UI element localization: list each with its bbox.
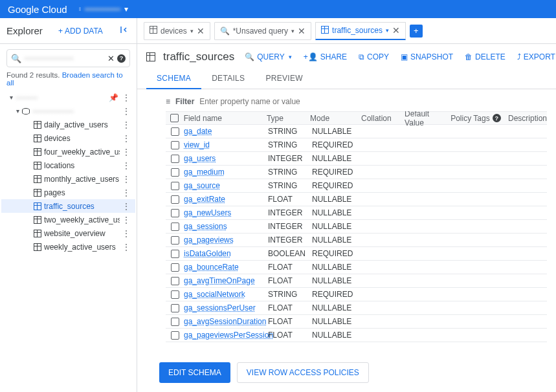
field-checkbox[interactable] xyxy=(171,195,179,204)
help-icon[interactable]: ? xyxy=(117,54,126,63)
filter-input[interactable] xyxy=(199,97,547,106)
help-icon[interactable]: ? xyxy=(493,114,501,122)
tree-table-row[interactable]: devices⋮ xyxy=(1,131,135,145)
field-checkbox[interactable] xyxy=(171,141,179,149)
search-input[interactable] xyxy=(24,54,105,63)
field-name-link[interactable]: ga_sessionsPerUser xyxy=(184,303,268,312)
field-checkbox[interactable] xyxy=(171,223,179,231)
more-icon[interactable]: ⋮ xyxy=(120,215,133,224)
delete-button[interactable]: 🗑DELETE xyxy=(465,52,506,61)
add-tab-button[interactable]: + xyxy=(410,25,423,38)
more-icon[interactable]: ⋮ xyxy=(120,229,133,238)
field-name-link[interactable]: ga_pageviewsPerSession xyxy=(184,331,268,340)
filter-bar[interactable]: ≡ Filter xyxy=(137,89,556,111)
logo-text: Google xyxy=(8,4,39,15)
field-checkbox[interactable] xyxy=(171,331,179,340)
field-name-link[interactable]: ga_avgTimeOnPage xyxy=(184,276,268,285)
more-icon[interactable]: ⋮ xyxy=(120,134,133,143)
share-button[interactable]: +👤SHARE xyxy=(304,52,347,61)
more-icon[interactable]: ⋮ xyxy=(120,243,133,252)
more-icon[interactable]: ⋮ xyxy=(120,147,133,157)
tree-table-row[interactable]: daily_active_users⋮ xyxy=(1,118,135,131)
editor-tab[interactable]: devices▾✕ xyxy=(144,22,210,40)
more-icon[interactable]: ⋮ xyxy=(120,175,133,184)
tree-table-row[interactable]: four_weekly_active_users⋮ xyxy=(1,145,135,158)
field-checkbox[interactable] xyxy=(171,155,179,163)
collapse-sidebar-button[interactable] xyxy=(118,24,130,38)
tree-project-row[interactable]: ▾ ▪▪▪▪▪▪▪▪ 📌 ⋮ xyxy=(1,91,135,104)
field-checkbox[interactable] xyxy=(171,277,179,285)
schema-field-row: ga_avgTimeOnPageFLOATNULLABLE xyxy=(166,274,547,288)
project-name: ▪▪▪▪▪▪▪▪▪▪▪▪▪ xyxy=(85,5,120,14)
field-name-link[interactable]: ga_newUsers xyxy=(184,208,268,217)
subtab-schema[interactable]: SCHEMA xyxy=(146,69,201,89)
tree-table-row[interactable]: locations⋮ xyxy=(1,158,135,172)
select-all-checkbox[interactable] xyxy=(170,114,179,122)
tree-table-row[interactable]: monthly_active_users⋮ xyxy=(1,172,135,186)
field-checkbox[interactable] xyxy=(171,127,179,136)
field-name-link[interactable]: ga_sessions xyxy=(184,222,268,231)
add-data-button[interactable]: + ADD DATA xyxy=(58,27,103,36)
tab-caret-icon[interactable]: ▾ xyxy=(190,28,194,34)
view-row-policies-button[interactable]: VIEW ROW ACCESS POLICIES xyxy=(237,362,369,383)
field-checkbox[interactable] xyxy=(171,168,179,177)
search-box[interactable]: 🔍 ✕ ? xyxy=(6,49,130,67)
close-tab-icon[interactable]: ✕ xyxy=(392,25,400,36)
field-name-link[interactable]: view_id xyxy=(184,140,268,149)
more-icon[interactable]: ⋮ xyxy=(120,202,133,211)
edit-schema-button[interactable]: EDIT SCHEMA xyxy=(159,362,230,383)
more-icon[interactable]: ⋮ xyxy=(120,161,133,170)
field-checkbox[interactable] xyxy=(171,318,179,326)
field-name-link[interactable]: ga_bounceRate xyxy=(184,263,268,272)
editor-tab[interactable]: traffic_sources▾✕ xyxy=(315,22,406,40)
project-picker[interactable]: ⦂ ▪▪▪▪▪▪▪▪▪▪▪▪▪ ▾ xyxy=(79,5,128,14)
table-icon xyxy=(34,135,41,142)
tree-table-row[interactable]: pages⋮ xyxy=(1,186,135,199)
more-icon[interactable]: ⋮ xyxy=(120,93,133,102)
pin-icon[interactable]: 📌 xyxy=(107,93,120,102)
clear-search-icon[interactable]: ✕ xyxy=(107,54,115,63)
field-name-link[interactable]: ga_socialNetwork xyxy=(184,290,268,299)
field-name-link[interactable]: ga_source xyxy=(184,181,268,190)
field-checkbox[interactable] xyxy=(171,263,179,272)
field-name-link[interactable]: ga_exitRate xyxy=(184,195,268,204)
subtab-details[interactable]: DETAILS xyxy=(201,69,255,89)
more-icon[interactable]: ⋮ xyxy=(120,107,133,116)
field-checkbox[interactable] xyxy=(171,209,179,217)
caret-down-icon[interactable]: ▾ xyxy=(6,94,16,101)
snapshot-button[interactable]: ▣SNAPSHOT xyxy=(401,52,453,61)
chevron-down-icon: ▾ xyxy=(124,5,128,14)
tab-caret-icon[interactable]: ▾ xyxy=(386,27,389,34)
tree-dataset-row[interactable]: ▾ ▪▪▪▪▪▪▪▪▪▪▪▪▪▪▪ ⋮ xyxy=(1,104,135,118)
tree-table-row[interactable]: two_weekly_active_users⋮ xyxy=(1,213,135,226)
tab-caret-icon[interactable]: ▾ xyxy=(291,28,295,34)
field-checkbox[interactable] xyxy=(171,236,179,245)
field-name-link[interactable]: isDataGolden xyxy=(184,249,268,258)
editor-tab[interactable]: 🔍*Unsaved query▾✕ xyxy=(214,22,311,40)
field-checkbox[interactable] xyxy=(171,182,179,190)
field-name-link[interactable]: ga_pageviews xyxy=(184,235,268,245)
tree-table-row[interactable]: weekly_active_users⋮ xyxy=(1,240,135,254)
field-checkbox[interactable] xyxy=(171,304,179,312)
copy-button[interactable]: ⧉COPY xyxy=(359,52,389,61)
more-icon[interactable]: ⋮ xyxy=(120,188,133,197)
close-tab-icon[interactable]: ✕ xyxy=(298,26,306,36)
field-name-link[interactable]: ga_medium xyxy=(184,168,268,177)
tree-table-row[interactable]: traffic_sources⋮ xyxy=(1,199,135,213)
close-tab-icon[interactable]: ✕ xyxy=(197,26,205,36)
field-name-link[interactable]: ga_users xyxy=(184,154,268,163)
field-name-link[interactable]: ga_avgSessionDuration xyxy=(184,317,268,326)
field-checkbox[interactable] xyxy=(171,290,179,299)
filter-label: Filter xyxy=(175,97,194,106)
tree-table-row[interactable]: website_overview⋮ xyxy=(1,226,135,240)
query-button[interactable]: 🔍QUERY xyxy=(245,52,291,61)
field-checkbox[interactable] xyxy=(171,250,179,258)
dataset-label: ▪▪▪▪▪▪▪▪▪▪▪▪▪▪▪ xyxy=(32,107,120,116)
schema-field-row: ga_pageviewsPerSessionFLOATNULLABLE xyxy=(166,329,547,342)
subtab-preview[interactable]: PREVIEW xyxy=(255,69,313,89)
more-icon[interactable]: ⋮ xyxy=(120,120,133,129)
caret-down-icon[interactable]: ▾ xyxy=(13,107,22,114)
field-name-link[interactable]: ga_date xyxy=(184,127,268,136)
export-button[interactable]: ⤴EXPORT xyxy=(517,52,556,61)
gcp-logo[interactable]: Google Cloud xyxy=(8,4,67,15)
